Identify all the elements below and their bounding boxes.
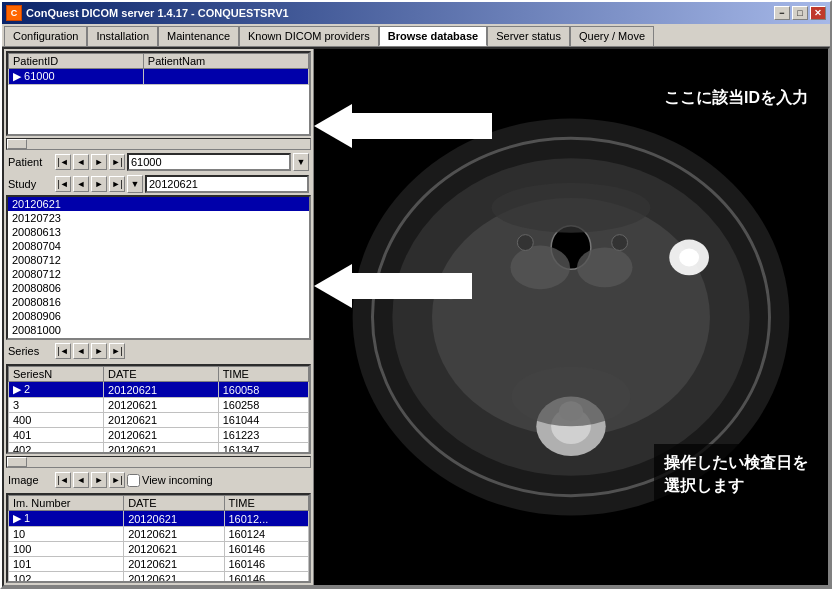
study-list-item[interactable]: 20080816 — [8, 295, 309, 309]
series-row[interactable]: 3 20120621 160258 — [9, 398, 309, 413]
arrow-head-2 — [314, 264, 352, 308]
study-nav-label: Study — [8, 178, 53, 190]
series-first-btn[interactable]: |◄ — [55, 343, 71, 359]
image-row[interactable]: 102 20120621 160146 — [9, 572, 309, 584]
patient-table: PatientID PatientNam 61000 — [8, 53, 309, 85]
image-num-cell: 100 — [9, 542, 124, 557]
image-table-container: Im. Number DATE TIME 1 20120621 16012...… — [6, 493, 311, 583]
tab-known-dicom[interactable]: Known DICOM providers — [239, 26, 379, 46]
minimize-button[interactable]: − — [774, 6, 790, 20]
series-time-cell: 160258 — [218, 398, 308, 413]
arrow-head-1 — [314, 104, 352, 148]
patient-next-btn[interactable]: ► — [91, 154, 107, 170]
study-list-item[interactable]: 20120723 — [8, 211, 309, 225]
series-next-btn[interactable]: ► — [91, 343, 107, 359]
series-time-cell: 160058 — [218, 382, 308, 398]
study-list-item[interactable]: 20080704 — [8, 239, 309, 253]
tab-browse-database[interactable]: Browse database — [379, 26, 487, 46]
patient-prev-btn[interactable]: ◄ — [73, 154, 89, 170]
study-list-item[interactable]: 20080712 — [8, 253, 309, 267]
study-first-btn[interactable]: |◄ — [55, 176, 71, 192]
patient-last-btn[interactable]: ►| — [109, 154, 125, 170]
image-row[interactable]: 10 20120621 160124 — [9, 527, 309, 542]
study-prev-btn[interactable]: ◄ — [73, 176, 89, 192]
image-row[interactable]: 101 20120621 160146 — [9, 557, 309, 572]
series-last-btn[interactable]: ►| — [109, 343, 125, 359]
study-list-item[interactable]: 20080906 — [8, 309, 309, 323]
patient-id-header: PatientID — [9, 54, 144, 69]
image-nav-bar: Image |◄ ◄ ► ►| View incoming — [4, 469, 313, 491]
series-time-cell: 161044 — [218, 413, 308, 428]
image-row[interactable]: 1 20120621 16012... — [9, 511, 309, 527]
series-row[interactable]: 400 20120621 161044 — [9, 413, 309, 428]
series-num-cell: 400 — [9, 413, 104, 428]
tab-configuration[interactable]: Configuration — [4, 26, 87, 46]
image-next-btn[interactable]: ► — [91, 472, 107, 488]
arrow-patient-input — [314, 104, 492, 148]
patient-scrollbar-thumb — [7, 139, 27, 149]
series-date-cell: 20120621 — [104, 443, 219, 455]
series-row[interactable]: 401 20120621 161223 — [9, 428, 309, 443]
series-time-cell: 161223 — [218, 428, 308, 443]
study-list-item[interactable]: 20080806 — [8, 281, 309, 295]
arrow-body-2 — [352, 273, 472, 299]
patient-input[interactable] — [127, 153, 291, 171]
image-date-cell: 20120621 — [124, 527, 224, 542]
content-area: PatientID PatientNam 61000 — [2, 47, 830, 587]
study-last-btn[interactable]: ►| — [109, 176, 125, 192]
patient-row[interactable]: 61000 — [9, 69, 309, 85]
image-panel: ここに該当IDを入力 操作したい検査日を 選択します — [314, 49, 828, 585]
series-prev-btn[interactable]: ◄ — [73, 343, 89, 359]
patient-first-btn[interactable]: |◄ — [55, 154, 71, 170]
study-list[interactable]: 20120621 20120723 20080613 20080704 2008… — [6, 195, 311, 340]
series-date-cell: 20120621 — [104, 398, 219, 413]
patient-table-container: PatientID PatientNam 61000 — [6, 51, 311, 136]
patient-scrollbar-h[interactable] — [6, 138, 311, 150]
patient-dropdown-btn[interactable]: ▼ — [293, 153, 309, 171]
image-first-btn[interactable]: |◄ — [55, 472, 71, 488]
tab-server-status[interactable]: Server status — [487, 26, 570, 46]
svg-point-15 — [517, 235, 533, 251]
image-date-cell: 20120621 — [124, 542, 224, 557]
series-row[interactable]: 402 20120621 161347 — [9, 443, 309, 455]
image-time-header: TIME — [224, 496, 309, 511]
maximize-button[interactable]: □ — [792, 6, 808, 20]
app-icon: C — [6, 5, 22, 21]
study-input[interactable] — [145, 175, 309, 193]
tab-maintenance[interactable]: Maintenance — [158, 26, 239, 46]
title-bar: C ConQuest DICOM server 1.4.17 - CONQUES… — [2, 2, 830, 24]
series-date-cell: 20120621 — [104, 428, 219, 443]
patient-name-cell — [143, 69, 308, 85]
image-last-btn[interactable]: ►| — [109, 472, 125, 488]
tab-query-move[interactable]: Query / Move — [570, 26, 654, 46]
study-dropdown-left-btn[interactable]: ▼ — [127, 175, 143, 193]
image-num-header: Im. Number — [9, 496, 124, 511]
svg-point-14 — [612, 235, 628, 251]
tab-installation[interactable]: Installation — [87, 26, 158, 46]
study-next-btn[interactable]: ► — [91, 176, 107, 192]
image-prev-btn[interactable]: ◄ — [73, 472, 89, 488]
series-num-cell: 3 — [9, 398, 104, 413]
study-list-item[interactable]: 20081000 — [8, 323, 309, 337]
image-table: Im. Number DATE TIME 1 20120621 16012...… — [8, 495, 309, 583]
study-list-item[interactable]: 20120621 — [8, 197, 309, 211]
series-scrollbar-h[interactable] — [6, 456, 311, 468]
image-date-cell: 20120621 — [124, 511, 224, 527]
svg-point-17 — [511, 367, 630, 427]
study-list-item[interactable]: 20080712 — [8, 267, 309, 281]
image-date-cell: 20120621 — [124, 572, 224, 584]
series-row[interactable]: 2 20120621 160058 — [9, 382, 309, 398]
svg-point-16 — [492, 183, 651, 233]
close-button[interactable]: ✕ — [810, 6, 826, 20]
study-list-item[interactable]: 20080613 — [8, 225, 309, 239]
view-incoming-label: View incoming — [142, 474, 213, 486]
series-table-container: SeriesN DATE TIME 2 20120621 160058 3 — [6, 364, 311, 454]
title-controls: − □ ✕ — [774, 6, 826, 20]
series-num-cell: 2 — [9, 382, 104, 398]
image-nav-label: Image — [8, 474, 53, 486]
image-row[interactable]: 100 20120621 160146 — [9, 542, 309, 557]
image-time-cell: 160124 — [224, 527, 309, 542]
view-incoming-checkbox[interactable] — [127, 474, 140, 487]
series-time-header: TIME — [218, 367, 308, 382]
window-title: ConQuest DICOM server 1.4.17 - CONQUESTS… — [26, 7, 289, 19]
